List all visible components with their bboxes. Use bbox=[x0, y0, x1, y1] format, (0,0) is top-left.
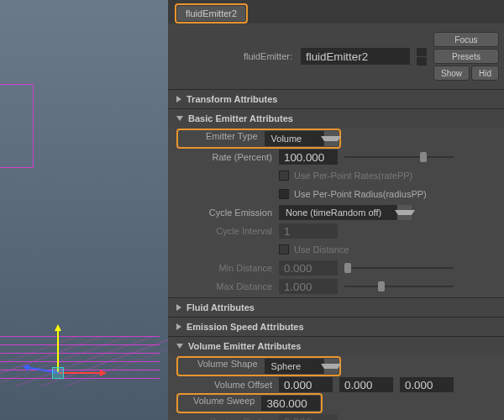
volume-shape-dropdown[interactable]: Sphere bbox=[265, 359, 339, 374]
volume-shape-label: Volume Shape bbox=[179, 359, 265, 374]
use-distance-checkbox bbox=[279, 244, 289, 255]
section-title: Basic Emitter Attributes bbox=[188, 113, 293, 123]
show-button[interactable]: Show bbox=[433, 66, 470, 81]
max-distance-label: Max Distance bbox=[176, 281, 279, 291]
volume-sweep-input[interactable] bbox=[261, 396, 320, 411]
section-radius-input bbox=[279, 414, 338, 420]
chevron-down-icon bbox=[176, 116, 183, 121]
chevron-down-icon bbox=[321, 136, 341, 141]
cycle-emission-dropdown[interactable]: None (timeRandom off) bbox=[279, 205, 412, 220]
max-distance-slider bbox=[344, 279, 454, 294]
emitter-type-label: Emitter Type bbox=[179, 131, 265, 146]
node-name-label: fluidEmitter: bbox=[244, 51, 297, 61]
use-distance-label: Use Distance bbox=[294, 244, 349, 255]
rate-pp-checkbox bbox=[279, 171, 289, 181]
volume-offset-label: Volume Offset bbox=[176, 380, 279, 390]
chevron-right-icon bbox=[176, 304, 181, 311]
chevron-right-icon bbox=[176, 323, 181, 330]
volume-offset-z-input[interactable] bbox=[400, 377, 454, 392]
presets-button[interactable]: Presets bbox=[433, 49, 499, 64]
chevron-down-icon bbox=[321, 364, 341, 369]
viewport-3d[interactable] bbox=[0, 0, 168, 420]
chevron-right-icon bbox=[176, 96, 181, 102]
section-title: Transform Attributes bbox=[186, 94, 277, 104]
x-axis-arrow[interactable] bbox=[57, 372, 103, 374]
focus-button[interactable]: Focus bbox=[433, 32, 499, 47]
node-name-input[interactable] bbox=[301, 48, 410, 65]
section-title: Fluid Attributes bbox=[186, 302, 255, 312]
min-distance-label: Min Distance bbox=[176, 263, 279, 273]
volume-sweep-label: Volume Sweep bbox=[179, 396, 261, 411]
fluid-attributes-section-header[interactable]: Fluid Attributes bbox=[168, 298, 504, 317]
rate-input[interactable] bbox=[279, 150, 338, 165]
cycle-emission-label: Cycle Emission bbox=[176, 207, 279, 218]
snap-icon[interactable] bbox=[417, 57, 427, 66]
rate-pp-label: Use Per-Point Rates(ratePP) bbox=[294, 171, 412, 181]
section-title: Emission Speed Attributes bbox=[186, 322, 304, 332]
manipulator-center[interactable] bbox=[52, 367, 64, 379]
emitter-type-dropdown[interactable]: Volume bbox=[265, 131, 339, 146]
chevron-down-icon bbox=[395, 210, 415, 215]
emission-speed-section-header[interactable]: Emission Speed Attributes bbox=[168, 318, 504, 336]
section-radius-label: Section Radius bbox=[176, 417, 279, 420]
max-distance-input bbox=[279, 279, 338, 294]
volume-emitter-section-header[interactable]: Volume Emitter Attributes bbox=[168, 337, 504, 355]
chevron-down-icon bbox=[176, 344, 183, 349]
node-tab[interactable]: fluidEmitter2 bbox=[177, 6, 245, 21]
radius-pp-label: Use Per-Point Radius(radiusPP) bbox=[294, 189, 427, 199]
section-title: Volume Emitter Attributes bbox=[188, 341, 301, 351]
snap-icon[interactable] bbox=[417, 48, 427, 56]
transform-section-header[interactable]: Transform Attributes bbox=[168, 90, 504, 108]
volume-offset-x-input[interactable] bbox=[279, 377, 333, 392]
hide-button[interactable]: Hid bbox=[471, 66, 499, 81]
min-distance-slider bbox=[344, 260, 454, 276]
basic-emitter-section-header[interactable]: Basic Emitter Attributes bbox=[168, 109, 504, 128]
cycle-interval-input bbox=[279, 223, 338, 239]
cycle-interval-label: Cycle Interval bbox=[176, 226, 279, 236]
radius-pp-checkbox[interactable] bbox=[279, 189, 289, 199]
volume-offset-y-input[interactable] bbox=[339, 377, 393, 392]
rate-label: Rate (Percent) bbox=[176, 152, 279, 162]
rate-slider[interactable] bbox=[344, 150, 454, 165]
attribute-editor: fluidEmitter2 fluidEmitter: Focus Preset… bbox=[168, 0, 504, 420]
min-distance-input bbox=[279, 260, 338, 276]
